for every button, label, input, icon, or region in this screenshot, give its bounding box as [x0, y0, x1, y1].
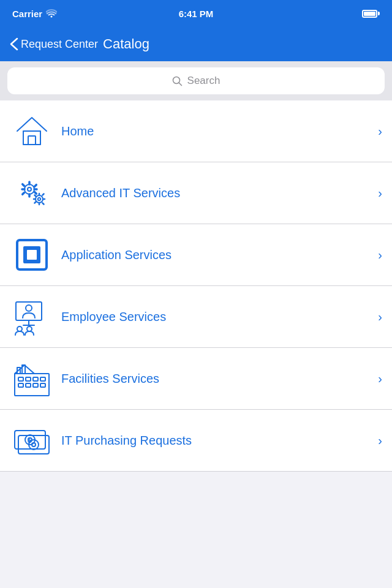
status-bar-left: Carrier — [12, 9, 57, 19]
back-button[interactable]: Request Center — [10, 37, 98, 51]
facilities-icon — [10, 356, 54, 401]
search-placeholder: Search — [187, 75, 221, 87]
svg-rect-28 — [33, 383, 38, 387]
application-chevron: › — [378, 248, 382, 262]
svg-rect-30 — [18, 435, 49, 454]
battery-icon — [362, 10, 380, 18]
svg-point-9 — [38, 198, 40, 200]
facilities-label: Facilities Services — [61, 372, 378, 386]
wifi-icon — [46, 9, 57, 18]
list-item-home[interactable]: Home › — [0, 100, 392, 162]
svg-text:$: $ — [28, 436, 32, 445]
home-label: Home — [61, 124, 378, 138]
home-icon — [10, 109, 54, 153]
employee-label: Employee Services — [61, 310, 378, 324]
list-item-advanced-it[interactable]: Advanced IT Services › — [0, 162, 392, 224]
svg-point-7 — [28, 187, 31, 191]
back-label: Request Center — [21, 38, 98, 51]
header-title: Catalog — [103, 36, 149, 52]
svg-rect-12 — [27, 250, 37, 260]
svg-point-18 — [27, 326, 32, 331]
svg-line-1 — [179, 83, 182, 86]
search-bar[interactable]: Search — [7, 67, 385, 94]
status-bar-time: 6:41 PM — [179, 9, 214, 19]
carrier-label: Carrier — [12, 9, 42, 19]
advanced-it-chevron: › — [378, 186, 382, 200]
money-icon: $ — [10, 418, 54, 462]
home-chevron: › — [378, 124, 382, 138]
svg-rect-23 — [26, 377, 31, 381]
status-bar: Carrier 6:41 PM — [0, 0, 392, 27]
application-label: Application Services — [61, 248, 378, 262]
svg-rect-3 — [28, 136, 36, 145]
search-container: Search — [0, 61, 392, 100]
header: Request Center Catalog — [0, 27, 392, 61]
search-icon — [172, 76, 183, 86]
gears-icon — [10, 171, 54, 215]
svg-rect-29 — [40, 383, 45, 387]
svg-rect-26 — [18, 383, 23, 387]
svg-rect-22 — [18, 377, 23, 381]
list-item-it-purchasing[interactable]: $ IT Purchasing Requests › — [0, 410, 392, 472]
list-item-facilities[interactable]: Facilities Services › — [0, 348, 392, 410]
it-purchasing-chevron: › — [378, 434, 382, 448]
svg-rect-24 — [33, 377, 38, 381]
svg-point-16 — [26, 305, 32, 311]
advanced-it-label: Advanced IT Services — [61, 186, 378, 200]
svg-rect-25 — [40, 377, 45, 381]
status-bar-right — [362, 10, 380, 18]
catalog-list: Home › Advanced IT Services › — [0, 100, 392, 472]
employee-icon — [10, 295, 54, 339]
facilities-chevron: › — [378, 372, 382, 386]
svg-point-6 — [24, 184, 34, 194]
it-purchasing-label: IT Purchasing Requests — [61, 434, 378, 448]
svg-rect-27 — [26, 383, 31, 387]
app-square-icon — [10, 233, 54, 277]
svg-rect-2 — [23, 131, 40, 145]
svg-point-17 — [17, 326, 22, 331]
list-item-employee[interactable]: Employee Services › — [0, 286, 392, 348]
list-item-application[interactable]: Application Services › — [0, 224, 392, 286]
employee-chevron: › — [378, 310, 382, 324]
